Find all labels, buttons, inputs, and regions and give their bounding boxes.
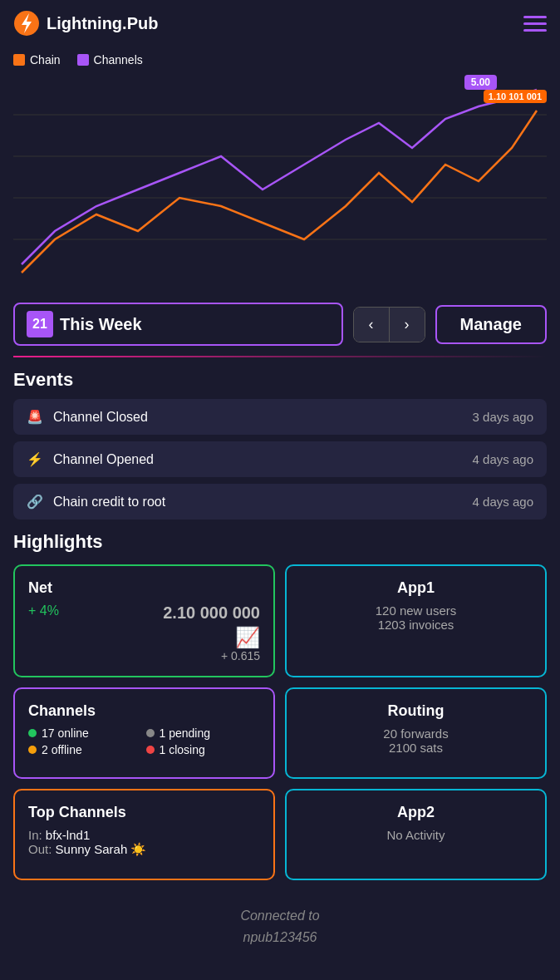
status-offline: 2 offline — [28, 743, 143, 756]
out-label: Out: — [28, 842, 52, 856]
event-time-0: 3 days ago — [473, 410, 533, 424]
app2-card-title: App2 — [300, 804, 532, 821]
channels-status: 17 online 1 pending 2 offline 1 closing — [28, 726, 260, 756]
event-left-2: 🔗 Chain credit to root — [27, 494, 165, 510]
routing-line2: 2100 sats — [300, 741, 532, 755]
week-label: This Week — [60, 315, 142, 334]
lightning-logo-icon — [13, 10, 40, 37]
out-value: Sunny Sarah ☀️ — [56, 842, 147, 856]
events-list: 🚨 Channel Closed 3 days ago ⚡ Channel Op… — [0, 399, 560, 520]
status-offline-label: 2 offline — [42, 743, 82, 756]
channels-card-title: Channels — [28, 702, 260, 720]
app1-card: App1 120 new users 1203 invoices — [285, 564, 547, 677]
top-channels-title: Top Channels — [28, 804, 260, 821]
legend-channels-label: Channels — [94, 53, 143, 66]
net-big-value: 2.10 000 000 — [163, 603, 260, 623]
net-left: + 4% — [28, 603, 59, 618]
net-row: + 4% 2.10 000 000 📈 + 0.615 — [28, 603, 260, 662]
status-pending: 1 pending — [146, 726, 261, 740]
chart-container: Chain Channels 5.00 1.10 101 001 793232 … — [0, 47, 560, 293]
top-channels-in: In: bfx-lnd1 — [28, 828, 260, 842]
event-time-1: 4 days ago — [473, 452, 533, 466]
footer-line1: Connected to — [240, 909, 319, 923]
event-time-2: 4 days ago — [473, 495, 533, 509]
event-icon-2: 🔗 — [27, 494, 43, 510]
app1-line2: 1203 invoices — [300, 618, 532, 632]
event-item-channel-closed: 🚨 Channel Closed 3 days ago — [13, 399, 547, 435]
hamburger-line-1 — [523, 16, 547, 18]
event-left-1: ⚡ Channel Opened — [27, 451, 154, 467]
next-week-button[interactable]: › — [390, 308, 425, 342]
event-item-channel-opened: ⚡ Channel Opened 4 days ago — [13, 441, 547, 477]
top-channels-card: Top Channels In: bfx-lnd1 Out: Sunny Sar… — [13, 789, 275, 880]
net-card-title: Net — [28, 579, 260, 597]
net-arrow-icon: 📈 — [235, 626, 260, 649]
nav-arrows: ‹ › — [353, 307, 425, 342]
highlights-title: Highlights — [0, 520, 560, 561]
manage-button[interactable]: Manage — [435, 305, 547, 344]
status-closing-label: 1 closing — [160, 743, 205, 756]
net-card: Net + 4% 2.10 000 000 📈 + 0.615 — [13, 564, 275, 677]
event-label-1: Channel Opened — [53, 452, 154, 467]
app2-no-activity: No Activity — [300, 828, 532, 842]
app1-card-title: App1 — [300, 579, 532, 597]
in-label: In: — [28, 828, 42, 842]
dot-yellow-icon — [28, 746, 37, 754]
footer-line2: npub123456 — [243, 930, 317, 944]
highlights-grid: Net + 4% 2.10 000 000 📈 + 0.615 App1 120… — [0, 564, 560, 880]
events-title: Events — [0, 357, 560, 399]
status-pending-label: 1 pending — [160, 726, 211, 740]
app1-line1: 120 new users — [300, 603, 532, 618]
legend-chain: Chain — [13, 53, 61, 66]
status-closing: 1 closing — [146, 743, 261, 756]
status-online: 17 online — [28, 726, 143, 740]
footer: Connected to npub123456 — [0, 880, 560, 973]
week-badge: 21 This Week — [13, 303, 343, 346]
dot-gray-icon — [146, 729, 155, 737]
hamburger-menu[interactable] — [523, 16, 547, 32]
dot-red-icon — [146, 746, 155, 754]
in-value: bfx-lnd1 — [46, 828, 90, 842]
logo-text: Lightning.Pub — [47, 14, 158, 33]
hamburger-line-3 — [523, 29, 547, 32]
chart-legend: Chain Channels — [13, 53, 547, 66]
routing-card: Routing 20 forwards 2100 sats — [285, 687, 547, 779]
week-controls: 21 This Week ‹ › Manage — [0, 293, 560, 356]
chart-svg: 793232 793376 793520 793664 793808 79323… — [13, 73, 547, 289]
routing-card-title: Routing — [300, 702, 532, 720]
dot-green-icon — [28, 729, 37, 737]
event-label-0: Channel Closed — [53, 410, 148, 425]
chain-dot — [13, 54, 25, 66]
event-label-2: Chain credit to root — [53, 495, 165, 510]
top-channels-out: Out: Sunny Sarah ☀️ — [28, 842, 260, 857]
week-number: 21 — [27, 311, 53, 337]
event-left-0: 🚨 Channel Closed — [27, 409, 148, 425]
event-icon-0: 🚨 — [27, 409, 43, 425]
logo: Lightning.Pub — [13, 10, 158, 37]
routing-line1: 20 forwards — [300, 726, 532, 741]
tooltip-val: 1.10 101 001 — [484, 90, 547, 103]
net-sub-value: + 0.615 — [221, 649, 260, 662]
legend-channels: Channels — [77, 53, 143, 66]
prev-week-button[interactable]: ‹ — [354, 308, 390, 342]
channels-card: Channels 17 online 1 pending 2 offline 1… — [13, 687, 275, 779]
channels-dot — [77, 54, 89, 66]
legend-chain-label: Chain — [30, 53, 61, 66]
chart-svg-wrapper: 5.00 1.10 101 001 793232 793376 793520 7… — [13, 73, 547, 293]
app2-card: App2 No Activity — [285, 789, 547, 880]
event-icon-1: ⚡ — [27, 451, 43, 467]
event-item-chain-credit: 🔗 Chain credit to root 4 days ago — [13, 484, 547, 520]
net-green-value: + 4% — [28, 603, 59, 618]
hamburger-line-2 — [523, 22, 547, 25]
header: Lightning.Pub — [0, 0, 560, 47]
status-online-label: 17 online — [42, 726, 89, 740]
net-right: 2.10 000 000 📈 + 0.615 — [163, 603, 260, 662]
tooltip-5: 5.00 — [464, 75, 497, 90]
